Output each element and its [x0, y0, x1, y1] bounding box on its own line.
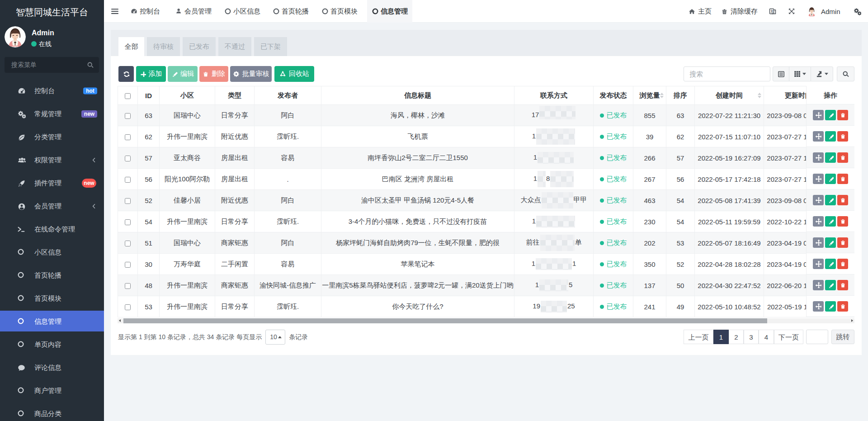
svg-text:文: 文: [770, 9, 774, 13]
